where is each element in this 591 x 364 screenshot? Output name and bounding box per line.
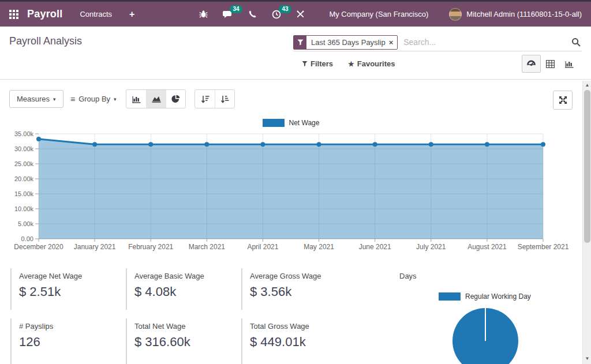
sort-group [194, 89, 235, 108]
days-pie-chart[interactable] [451, 306, 520, 364]
menu-contracts[interactable]: Contracts [80, 10, 112, 18]
svg-text:December 2020: December 2020 [14, 243, 63, 251]
card-stub [126, 359, 235, 364]
svg-text:February 2021: February 2021 [128, 243, 173, 251]
arrows-alt-icon [559, 96, 567, 104]
days-section-title: Days [399, 272, 417, 280]
svg-text:20.00k: 20.00k [14, 175, 34, 182]
apps-menu-icon[interactable] [9, 10, 18, 19]
svg-text:35.00k: 35.00k [14, 130, 34, 137]
stat-card-total-net-wage: Total Net Wage $ 316.60k [126, 318, 235, 360]
svg-text:30.00k: 30.00k [14, 145, 34, 152]
svg-text:0.00: 0.00 [21, 235, 33, 242]
svg-text:March 2021: March 2021 [189, 243, 226, 251]
menu-more-plus[interactable]: + [129, 9, 134, 20]
top-navbar: Payroll Contracts + 34 [0, 0, 591, 27]
stat-card-average-basic-wage: Average Basic Wage $ 4.08k [126, 268, 235, 310]
chart-type-pie-button[interactable] [166, 90, 185, 108]
phone-icon[interactable] [248, 10, 257, 18]
svg-text:May 2021: May 2021 [304, 243, 334, 251]
group-by-bars-icon: ≡ [70, 95, 75, 104]
facet-filter-icon [294, 36, 306, 49]
sort-amount-desc-icon [201, 95, 210, 103]
view-pivot-button[interactable] [541, 55, 560, 73]
scroll-down-arrow-icon[interactable]: ▼ [583, 356, 591, 361]
pie-chart-icon [171, 95, 180, 103]
company-menu[interactable]: My Company (San Francisco) [329, 10, 428, 18]
debug-bug-icon[interactable] [199, 10, 208, 18]
measures-button[interactable]: Measures ▾ [9, 90, 63, 108]
card-stub [10, 359, 120, 364]
svg-text:January 2021: January 2021 [74, 243, 116, 251]
bar-chart-icon [565, 60, 574, 68]
user-avatar[interactable] [449, 8, 462, 21]
star-icon: ★ [348, 60, 354, 68]
view-dashboard-button[interactable] [522, 55, 541, 73]
facet-remove-icon[interactable]: × [389, 36, 398, 49]
search-facet[interactable]: Last 365 Days Payslip × [293, 35, 398, 50]
svg-text:July 2021: July 2021 [416, 243, 446, 251]
svg-text:5.00k: 5.00k [18, 220, 33, 227]
chart-type-bar-button[interactable] [126, 90, 146, 108]
stat-card-average-net-wage: Average Net Wage $ 2.51k [10, 268, 120, 310]
pivot-grid-icon [546, 60, 555, 68]
card-stub [241, 359, 351, 364]
svg-text:August 2021: August 2021 [467, 243, 507, 251]
vertical-scrollbar[interactable]: ▲ ▼ [582, 81, 591, 364]
sort-amount-asc-icon [220, 95, 229, 103]
scroll-up-arrow-icon[interactable]: ▲ [583, 82, 591, 88]
tools-icon[interactable] [296, 10, 305, 18]
search-bar[interactable]: Last 365 Days Payslip × [293, 33, 582, 51]
page-title: Payroll Analysis [9, 35, 82, 47]
svg-text:10.00k: 10.00k [14, 205, 34, 212]
stat-card-average-gross-wage: Average Gross Wage $ 3.56k [241, 268, 351, 310]
tachometer-icon [526, 59, 536, 68]
caret-down-icon: ▾ [114, 96, 117, 102]
expand-fullscreen-button[interactable] [553, 91, 573, 110]
messages-icon[interactable]: 34 [223, 10, 233, 19]
caret-down-icon: ▾ [53, 96, 56, 102]
favourites-label: Favourites [357, 59, 395, 68]
scrollbar-thumb[interactable] [584, 90, 590, 243]
favourites-button[interactable]: ★ Favourites [348, 59, 395, 68]
svg-text:April 2021: April 2021 [247, 243, 278, 251]
filters-label: Filters [311, 59, 333, 68]
view-switcher [522, 55, 579, 73]
search-input[interactable] [402, 37, 571, 47]
facet-label: Last 365 Days Payslip [306, 36, 389, 49]
user-menu[interactable]: Mitchell Admin (11160801-15-0-all) [466, 10, 582, 18]
svg-text:25.00k: 25.00k [14, 160, 34, 167]
activities-clock-icon[interactable]: 43 [272, 10, 281, 19]
messages-count-badge: 34 [230, 5, 242, 13]
header-divider [0, 79, 591, 80]
svg-text:15.00k: 15.00k [14, 190, 34, 197]
legend-swatch [439, 292, 461, 301]
chart-type-group [126, 89, 186, 108]
activities-count-badge: 43 [279, 5, 291, 13]
stat-card-total-gross-wage: Total Gross Wage $ 449.01k [241, 318, 351, 360]
view-graph-button[interactable] [560, 55, 579, 73]
filters-button[interactable]: Filters [302, 59, 333, 68]
svg-text:September 2021: September 2021 [518, 243, 569, 251]
bar-chart-icon [132, 95, 141, 103]
group-by-button[interactable]: ≡ Group By ▾ [70, 90, 117, 108]
app-brand[interactable]: Payroll [27, 8, 62, 20]
sort-asc-button[interactable] [215, 90, 234, 108]
chart-type-area-button[interactable] [146, 90, 166, 108]
stat-card-payslip-count: # Payslips 126 [10, 318, 120, 360]
sort-desc-button[interactable] [195, 90, 215, 108]
search-icon[interactable] [571, 37, 581, 47]
pie-legend[interactable]: Regular Working Day [439, 292, 531, 301]
svg-text:June 2021: June 2021 [359, 243, 391, 251]
net-wage-area-chart[interactable]: December 2020January 2021February 2021Ma… [0, 112, 582, 257]
legend-label: Regular Working Day [465, 292, 531, 301]
area-chart-icon [152, 95, 161, 103]
